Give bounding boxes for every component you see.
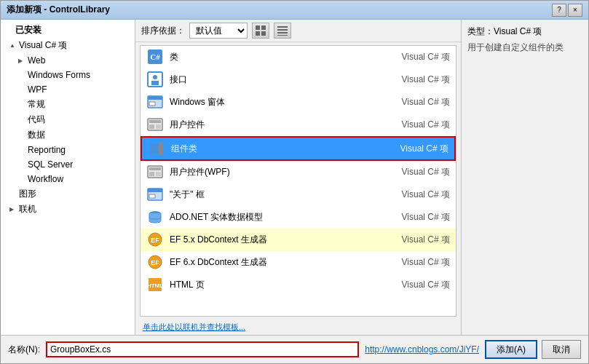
type-label: 类型：Visual C# 项 (467, 25, 582, 38)
template-category-html: Visual C# 项 (402, 279, 450, 291)
dialog-title: 添加新项 - ControlLibrary (7, 4, 110, 16)
tree-item-regular[interactable]: 常规 (1, 97, 135, 112)
template-icon-component-class (148, 140, 165, 157)
svg-rect-12 (151, 81, 159, 85)
sort-select[interactable]: 默认值 名称 类型 (189, 23, 248, 39)
name-input[interactable] (46, 341, 359, 357)
svg-rect-6 (277, 32, 288, 33)
tree-label-web: Web (28, 55, 45, 66)
tree-item-windows-forms[interactable]: Windows Forms (1, 68, 135, 82)
online-templates-link[interactable]: 单击此处以联机并查找模板... (143, 323, 245, 331)
installed-header: 已安装 (1, 23, 135, 38)
svg-rect-15 (149, 102, 155, 106)
template-category-ef5-dbcontext: Visual C# 项 (402, 234, 450, 246)
template-row-windows-form[interactable]: Windows 窗体Visual C# 项 (141, 91, 456, 114)
url-text: http://www.cnblogs.com/JiYF/ (365, 344, 479, 355)
toolbar-row: 排序依据： 默认值 名称 类型 (135, 20, 461, 42)
bottom-link-row: 单击此处以联机并查找模板... (135, 320, 461, 335)
title-bar-buttons: ? × (552, 4, 582, 17)
dialog-body: 已安装 ▲Visual C# 项▶WebWindows FormsWPF常规代码… (1, 20, 588, 335)
template-name-user-control: 用户控件 (170, 119, 402, 131)
template-row-user-control[interactable]: 用户控件Visual C# 项 (141, 114, 456, 136)
svg-text:EF: EF (151, 237, 159, 244)
svg-text:EF: EF (151, 259, 159, 266)
tree-item-online[interactable]: ▶联机 (1, 202, 135, 217)
left-panel: 已安装 ▲Visual C# 项▶WebWindows FormsWPF常规代码… (1, 20, 135, 335)
template-icon-user-control-wpf (146, 163, 164, 181)
template-icon-windows-form (146, 93, 164, 111)
svg-rect-7 (277, 35, 288, 36)
template-row-interface[interactable]: 接口Visual C# 项 (141, 68, 456, 91)
template-category-user-control: Visual C# 项 (402, 119, 450, 131)
template-category-class: Visual C# 项 (402, 51, 450, 63)
name-label: 名称(N): (8, 344, 40, 356)
template-row-about-box[interactable]: "关于" 框Visual C# 项 (141, 183, 456, 206)
template-row-component-class[interactable]: 组件类Visual C# 项 (141, 136, 456, 161)
template-icon-class: C# (146, 48, 164, 66)
tree-item-web[interactable]: ▶Web (1, 53, 135, 68)
close-button[interactable]: × (568, 4, 582, 17)
help-button[interactable]: ? (552, 4, 566, 17)
sort-label: 排序依据： (141, 25, 185, 37)
template-category-windows-form: Visual C# 项 (402, 96, 450, 108)
tree-item-sql-server[interactable]: SQL Server (1, 157, 135, 172)
tree-label-workflow: Workflow (28, 174, 63, 184)
svg-rect-3 (261, 31, 266, 36)
template-name-html: HTML 页 (170, 279, 402, 291)
tree-container: ▲Visual C# 项▶WebWindows FormsWPF常规代码数据Re… (1, 38, 135, 217)
templates-list: C#类Visual C# 项接口Visual C# 项Windows 窗体Vis… (140, 45, 456, 317)
svg-rect-2 (256, 31, 260, 36)
svg-rect-22 (157, 147, 159, 149)
tree-arrow-visual-csharp: ▲ (9, 42, 17, 49)
tree-label-graphics: 图形 (19, 188, 36, 200)
installed-label: 已安装 (15, 24, 41, 36)
tree-item-visual-csharp[interactable]: ▲Visual C# 项 (1, 38, 135, 53)
tree-item-data[interactable]: 数据 (1, 127, 135, 143)
template-icon-interface (146, 71, 164, 88)
template-icon-user-control (146, 116, 164, 133)
template-row-adonet-model[interactable]: ADO.NET 实体数据模型Visual C# 项 (141, 206, 456, 229)
tree-item-workflow[interactable]: Workflow (1, 172, 135, 186)
template-name-class: 类 (170, 51, 402, 63)
svg-text:HTML: HTML (147, 282, 163, 289)
tree-label-wpf: WPF (28, 84, 47, 95)
tree-label-regular: 常规 (28, 98, 45, 111)
cancel-button[interactable]: 取消 (542, 340, 581, 359)
svg-rect-26 (149, 167, 161, 170)
tree-item-code[interactable]: 代码 (1, 112, 135, 127)
bottom-bar: 名称(N): http://www.cnblogs.com/JiYF/ 添加(A… (1, 335, 588, 363)
template-icon-adonet-model (146, 208, 164, 226)
tree-item-graphics[interactable]: 图形 (1, 186, 135, 202)
svg-rect-24 (159, 142, 163, 155)
svg-rect-27 (149, 172, 154, 176)
template-row-ef6-dbcontext[interactable]: EFEF 6.x DbContext 生成器Visual C# 项 (141, 251, 456, 274)
list-view-button[interactable] (274, 23, 291, 39)
tree-label-data: 数据 (28, 129, 45, 141)
type-description: 用于创建自定义组件的类 (467, 41, 582, 54)
tree-item-wpf[interactable]: WPF (1, 82, 135, 97)
template-name-about-box: "关于" 框 (170, 189, 402, 201)
template-row-html[interactable]: HTMLHTML 页Visual C# 项 (141, 274, 456, 296)
tree-arrow-web: ▶ (18, 58, 25, 64)
template-icon-about-box (146, 186, 164, 203)
tree-label-windows-forms: Windows Forms (28, 70, 90, 80)
template-row-ef5-dbcontext[interactable]: EFEF 5.x DbContext 生成器Visual C# 项 (141, 229, 456, 251)
middle-panel: 排序依据： 默认值 名称 类型 (135, 20, 461, 335)
svg-rect-28 (156, 172, 161, 176)
template-category-ef6-dbcontext: Visual C# 项 (402, 256, 450, 269)
svg-rect-21 (157, 143, 159, 146)
add-button[interactable]: 添加(A) (485, 340, 537, 359)
tree-label-reporting: Reporting (28, 145, 66, 155)
tree-label-sql-server: SQL Server (28, 159, 73, 170)
grid-view-button[interactable] (252, 23, 269, 39)
tree-item-reporting[interactable]: Reporting (1, 143, 135, 157)
template-row-user-control-wpf[interactable]: 用户控件(WPF)Visual C# 项 (141, 161, 456, 183)
template-row-class[interactable]: C#类Visual C# 项 (141, 46, 456, 68)
template-icon-html: HTML (146, 276, 164, 293)
action-buttons: 添加(A) 取消 (485, 340, 581, 359)
svg-rect-5 (277, 29, 288, 31)
tree-label-visual-csharp: Visual C# 项 (19, 39, 67, 52)
tree-label-online: 联机 (19, 203, 36, 215)
svg-rect-1 (261, 25, 266, 30)
tree-label-code: 代码 (28, 114, 45, 126)
